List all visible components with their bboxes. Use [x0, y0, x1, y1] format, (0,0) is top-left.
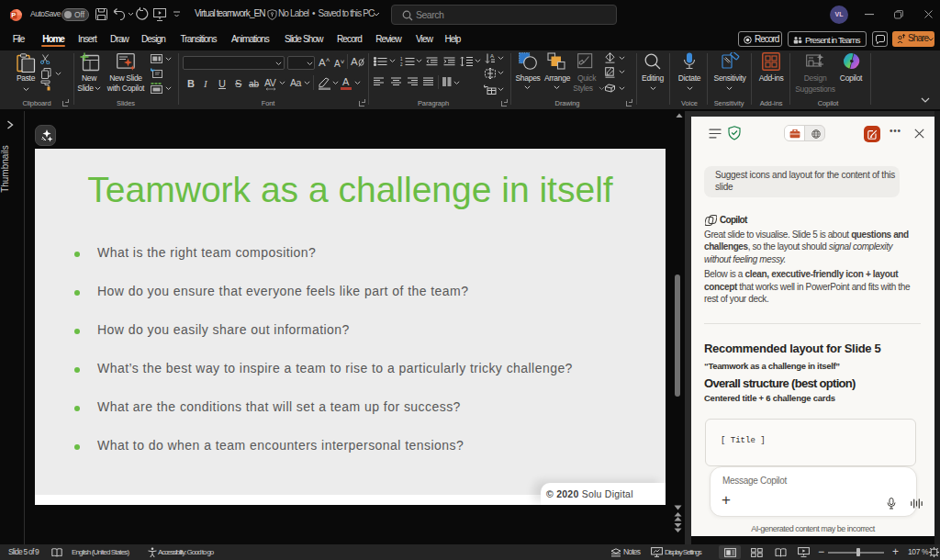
svg-text:P: P [11, 11, 16, 19]
svg-text:A: A [490, 53, 494, 59]
svg-text:2: 2 [400, 62, 403, 67]
svg-text:1: 1 [400, 57, 403, 62]
